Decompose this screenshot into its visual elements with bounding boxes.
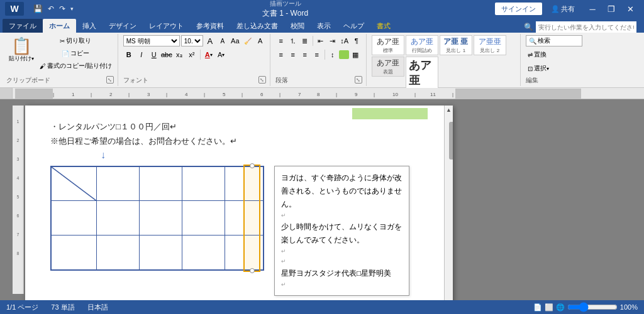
tab-references[interactable]: 参考資料 [190, 19, 230, 33]
cut-button[interactable]: ✂ 切り取り [38, 35, 114, 46]
line-spacing-btn[interactable]: ↕ [327, 49, 338, 60]
style-midashi1-label: 見出し 1 [446, 47, 465, 54]
table-cell-35[interactable] [225, 236, 264, 270]
redo-btn[interactable]: ↷ [57, 3, 67, 14]
bullets-btn[interactable]: ≡ [275, 35, 287, 46]
sort-btn[interactable]: ↕A [339, 35, 350, 46]
change-case-btn[interactable]: Aa [230, 35, 241, 46]
table-cell-22[interactable] [97, 201, 140, 236]
justify-btn[interactable]: ≡ [311, 49, 323, 60]
tab-file[interactable]: ファイル [3, 19, 43, 33]
close-btn[interactable]: ✕ [621, 0, 639, 18]
select-dropdown[interactable]: ▾ [547, 66, 549, 72]
underline-btn[interactable]: U [148, 49, 160, 60]
replace-label: 置換 [534, 50, 547, 59]
increase-indent-btn[interactable]: ⇥ [327, 35, 338, 46]
font-expand[interactable]: ⤡ [258, 76, 266, 84]
multilevel-btn[interactable]: ≣ [299, 35, 311, 46]
highlight-btn[interactable]: A ▾ [216, 49, 227, 60]
document-table[interactable] [50, 166, 264, 271]
scroll-up-arrow[interactable]: ▲ [445, 106, 453, 114]
align-center-btn[interactable]: ≡ [287, 49, 299, 60]
svg-text:|: | [336, 92, 337, 97]
align-right-btn[interactable]: ≡ [299, 49, 311, 60]
tab-design[interactable]: デザイン [103, 19, 143, 33]
text-effect-btn[interactable]: A [255, 35, 266, 46]
tab-layout[interactable]: レイアウト [143, 19, 190, 33]
font-family-select[interactable]: MS 明朝 [123, 35, 180, 46]
font-shrink-btn[interactable]: A [217, 35, 228, 46]
font-color-btn[interactable]: A ▾ [203, 49, 214, 60]
font-grow-btn[interactable]: A [204, 35, 216, 46]
table-cell-31[interactable] [51, 236, 97, 270]
document-page[interactable]: ・レンタルパンツ□１００円／回↵ ※他日程ご希望の場合は、お問合わせください。↵… [25, 106, 453, 300]
style-midashi2[interactable]: ア亜亜 見出し 2 [474, 35, 506, 55]
zoom-slider[interactable] [567, 303, 618, 311]
svg-text:10: 10 [392, 92, 398, 97]
minimize-btn[interactable]: ─ [584, 0, 601, 18]
save-quick-btn[interactable]: 💾 [31, 3, 45, 14]
align-left-btn[interactable]: ≡ [275, 49, 287, 60]
share-button[interactable]: 👤 共有 [551, 4, 575, 14]
font-color-dropdown[interactable]: ▾ [210, 52, 213, 58]
text-box[interactable]: ヨガは、すぐ奇跡のように身体が改善される、というものではありません。 ↵ 少し時… [274, 166, 409, 296]
signin-button[interactable]: サインイン [495, 3, 542, 15]
vertical-scrollbar[interactable]: ▲ ▼ [444, 106, 453, 300]
tab-view[interactable]: 表示 [311, 19, 337, 33]
style-standard[interactable]: あア亜 標準 [372, 35, 404, 55]
table-cell-34[interactable] [182, 236, 225, 270]
paste-button[interactable]: 📋 貼り付け▾ [6, 35, 36, 70]
search-box[interactable]: 🔍 検索 [526, 35, 582, 46]
table-cell-24[interactable] [182, 201, 225, 236]
command-search-input[interactable] [536, 21, 636, 33]
restore-btn[interactable]: ❐ [602, 0, 620, 18]
undo-btn[interactable]: ↶ [46, 3, 56, 14]
para-row-1: ≡ ⒈ ≣ ⇤ ⇥ ↕A ¶ [275, 35, 362, 46]
style-gyoukan[interactable]: あア亜 行間詰め [406, 35, 438, 55]
table-cell-11[interactable] [51, 166, 97, 201]
copy-button[interactable]: 📄 コピー [38, 48, 114, 59]
tab-format[interactable]: 書式 [370, 19, 397, 33]
customize-qa-btn[interactable]: ▾ [69, 4, 75, 13]
table-cell-25[interactable] [225, 201, 264, 236]
style-aa[interactable]: あア亜 [406, 57, 438, 89]
font-size-select[interactable]: 10.5 [181, 35, 203, 46]
scroll-thumb[interactable] [449, 122, 453, 160]
table-cell-12[interactable] [97, 166, 140, 201]
tab-help[interactable]: ヘルプ [337, 19, 370, 33]
table-cell-21[interactable] [51, 201, 97, 236]
style-midashi1[interactable]: ア亜 亜 見出し 1 [440, 35, 472, 55]
shading-btn[interactable] [339, 50, 349, 59]
format-painter-button[interactable]: 🖌 書式のコピー/貼り付け [38, 60, 114, 72]
tab-mailings[interactable]: 差し込み文書 [230, 19, 284, 33]
subscript-btn[interactable]: x₂ [174, 49, 185, 60]
table-cell-23[interactable] [139, 201, 182, 236]
tab-insert[interactable]: 挿入 [76, 19, 103, 33]
numbering-btn[interactable]: ⒈ [287, 35, 299, 46]
full-screen-btn[interactable]: ⬜ [545, 303, 553, 311]
table-cell-13[interactable] [139, 166, 182, 201]
table-cell-14[interactable] [182, 166, 225, 201]
borders-btn[interactable]: ▦ [350, 49, 361, 60]
ruler-corner[interactable] [0, 88, 13, 99]
tab-home[interactable]: ホーム [43, 19, 76, 33]
clipboard-expand[interactable]: ⤡ [106, 76, 114, 84]
superscript-btn[interactable]: x² [186, 49, 197, 60]
style-hyomen[interactable]: あア亜 表題 [372, 57, 404, 77]
print-layout-btn[interactable]: 📄 [533, 303, 542, 311]
tab-review[interactable]: 校閲 [284, 19, 311, 33]
bold-btn[interactable]: B [123, 49, 135, 60]
select-btn[interactable]: ⊡ 選択 ▾ [526, 63, 551, 74]
italic-btn[interactable]: I [136, 49, 147, 60]
decrease-indent-btn[interactable]: ⇤ [315, 35, 326, 46]
table-cell-32[interactable] [97, 236, 140, 270]
table-cell-33[interactable] [139, 236, 182, 270]
strikethrough-btn[interactable]: abc [161, 49, 172, 60]
para-expand[interactable]: ⤡ [355, 76, 362, 84]
web-layout-btn[interactable]: 🌐 [556, 303, 565, 311]
highlight-dropdown[interactable]: ▾ [222, 52, 225, 58]
clear-format-btn[interactable]: 🧹 [242, 35, 253, 46]
replace-btn[interactable]: ⇌ 置換 [526, 49, 548, 60]
show-marks-btn[interactable]: ¶ [351, 35, 362, 46]
table-cell-15[interactable] [225, 166, 264, 201]
